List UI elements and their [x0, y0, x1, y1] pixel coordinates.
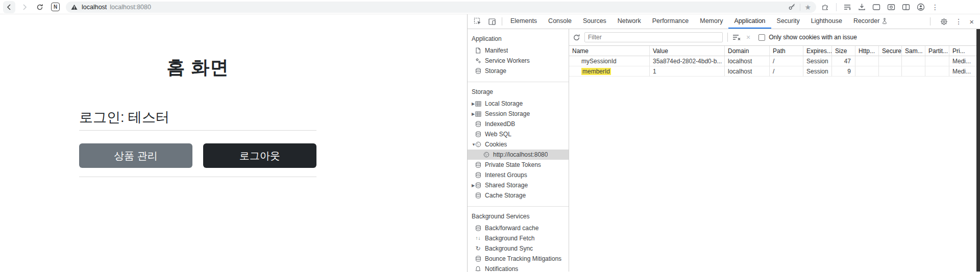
sidebar-item-indexeddb[interactable]: IndexedDB	[468, 119, 569, 129]
sidebar-item-local-storage[interactable]: ▶ Local Storage	[468, 98, 569, 109]
tab-elements[interactable]: Elements	[505, 14, 543, 29]
logout-button[interactable]: 로그아웃	[203, 143, 316, 168]
refresh-icon[interactable]	[573, 34, 580, 41]
tab-memory[interactable]: Memory	[694, 14, 728, 29]
devtools-menu-icon[interactable]: ⋮	[955, 18, 962, 25]
tab-application[interactable]: Application	[728, 14, 771, 29]
reading-list-icon[interactable]	[843, 4, 851, 11]
tab-network[interactable]: Network	[612, 14, 647, 29]
tab-lighthouse[interactable]: Lighthouse	[805, 14, 848, 29]
browser-menu-icon[interactable]: ⋮	[932, 4, 939, 11]
sidebar-section-application: Application Manifest	[468, 29, 569, 82]
screen-capture-icon[interactable]	[887, 4, 895, 11]
extension-n-icon[interactable]: N	[51, 3, 60, 11]
sidebar-item-cookies-localhost-8080[interactable]: http://localhost:8080	[468, 150, 569, 160]
column-header-path[interactable]: Path	[770, 46, 803, 56]
sidebar-item-shared-storage[interactable]: ▶ Shared Storage	[468, 180, 569, 190]
sidebar-item-notifications[interactable]: Notifications	[468, 264, 569, 271]
column-header-secure[interactable]: Secure	[879, 46, 902, 56]
cookie-expires-cell[interactable]: Session	[803, 66, 832, 77]
bookmark-star-icon[interactable]: ★	[804, 4, 811, 11]
column-header-httponly[interactable]: Http...	[855, 46, 879, 56]
tab-security[interactable]: Security	[771, 14, 805, 29]
collapse-arrow-icon[interactable]: ▼	[468, 142, 474, 147]
cookie-name-cell[interactable]: mySessionId	[569, 56, 650, 66]
issue-filter-checkbox[interactable]	[758, 34, 765, 41]
back-button[interactable]	[3, 1, 15, 13]
cookie-secure-cell[interactable]	[879, 56, 902, 66]
cookie-samesite-cell[interactable]	[902, 56, 925, 66]
reload-button[interactable]	[34, 1, 46, 13]
column-header-value[interactable]: Value	[650, 46, 725, 56]
address-bar[interactable]: localhostlocalhost:8080 ★	[66, 2, 816, 13]
forward-button[interactable]	[18, 1, 31, 13]
database-icon	[474, 121, 482, 127]
sidebar-item-manifest[interactable]: Manifest	[468, 45, 569, 56]
expand-arrow-icon[interactable]: ▶	[468, 112, 474, 116]
sidebar-item-background-fetch[interactable]: ↑↓ Background Fetch	[468, 233, 569, 243]
cookie-value-cell[interactable]: 35a874ed-2802-4bd0-b...	[650, 56, 725, 66]
sidebar-item-cookies[interactable]: ▼ Cookies	[468, 139, 569, 150]
expand-arrow-icon[interactable]: ▶	[468, 183, 474, 188]
column-header-partition[interactable]: Partit...	[925, 46, 949, 56]
sidebar-item-service-workers[interactable]: Service Workers	[468, 56, 569, 66]
sidebar-item-session-storage[interactable]: ▶ Session Storage	[468, 109, 569, 119]
sidebar-item-bounce-tracking-mitigations[interactable]: Bounce Tracking Mitigations	[468, 254, 569, 264]
cookie-httponly-cell[interactable]	[855, 56, 879, 66]
column-header-samesite[interactable]: Sam...	[902, 46, 925, 56]
sidebar-item-cache-storage[interactable]: Cache Storage	[468, 190, 569, 201]
split-view-icon[interactable]	[902, 4, 910, 11]
cookie-filter-input[interactable]	[584, 32, 723, 42]
tab-sources[interactable]: Sources	[577, 14, 612, 29]
cookie-value-cell[interactable]: 1	[650, 66, 725, 77]
cookie-priority-cell[interactable]: Medi...	[949, 56, 976, 66]
cookie-path-cell[interactable]: /	[770, 66, 803, 77]
column-header-expires[interactable]: Expires...	[803, 46, 832, 56]
sidebar-item-web-sql[interactable]: Web SQL	[468, 129, 569, 139]
expand-arrow-icon[interactable]: ▶	[468, 102, 474, 106]
cookie-row-mySessionId[interactable]: mySessionId 35a874ed-2802-4bd0-b... loca…	[569, 56, 980, 66]
cookie-samesite-cell[interactable]	[902, 66, 925, 77]
sidebar-section-background-services: Background Services Back/forward cache ↑…	[468, 207, 569, 271]
sidebar-item-background-sync[interactable]: ↻ Background Sync	[468, 243, 569, 254]
cookies-toolbar: × Only show cookies with an issue	[569, 29, 980, 46]
column-header-priority[interactable]: Pri...	[949, 46, 976, 56]
cookie-name-cell[interactable]: memberId	[569, 66, 650, 77]
downloads-icon[interactable]	[858, 3, 866, 11]
devtools-settings-gear-icon[interactable]	[940, 18, 948, 26]
cookie-priority-cell[interactable]: Medi...	[949, 66, 976, 77]
divider	[79, 130, 316, 131]
sidebar-item-private-state-tokens[interactable]: Private State Tokens	[468, 160, 569, 170]
manage-products-button[interactable]: 상품 관리	[79, 143, 192, 168]
sidebar-item-storage[interactable]: Storage	[468, 66, 569, 76]
tab-console[interactable]: Console	[543, 14, 577, 29]
cookie-size-cell[interactable]: 9	[832, 66, 855, 77]
column-header-name[interactable]: Name	[569, 46, 650, 56]
cookie-row-memberId[interactable]: memberId 1 localhost / Session 9 Medi...	[569, 66, 980, 77]
sidebar-item-back-forward-cache[interactable]: Back/forward cache	[468, 223, 569, 233]
cookie-icon	[482, 152, 490, 158]
devtools-close-icon[interactable]: ×	[969, 18, 974, 26]
cookie-size-cell[interactable]: 47	[832, 56, 855, 66]
cookie-domain-cell[interactable]: localhost	[725, 56, 770, 66]
extensions-puzzle-icon[interactable]	[821, 3, 829, 11]
sidebar-item-interest-groups[interactable]: Interest Groups	[468, 170, 569, 180]
clear-input-icon[interactable]: ×	[746, 34, 750, 41]
profile-avatar-icon[interactable]	[917, 3, 925, 11]
tab-window-icon[interactable]	[872, 4, 880, 11]
inspect-element-icon[interactable]	[471, 14, 485, 29]
tab-performance[interactable]: Performance	[647, 14, 695, 29]
cookie-expires-cell[interactable]: Session	[803, 56, 832, 66]
cookie-httponly-cell[interactable]	[855, 66, 879, 77]
cookie-secure-cell[interactable]	[879, 66, 902, 77]
cookie-domain-cell[interactable]: localhost	[725, 66, 770, 77]
clear-filter-icon[interactable]	[732, 34, 741, 41]
passkey-icon[interactable]	[788, 3, 796, 11]
cookie-path-cell[interactable]: /	[770, 56, 803, 66]
tab-recorder[interactable]: Recorder	[848, 14, 893, 29]
cookie-partition-cell[interactable]	[925, 66, 949, 77]
column-header-size[interactable]: Size	[832, 46, 855, 56]
device-toolbar-icon[interactable]	[485, 14, 499, 29]
column-header-domain[interactable]: Domain	[725, 46, 770, 56]
cookie-partition-cell[interactable]	[925, 56, 949, 66]
